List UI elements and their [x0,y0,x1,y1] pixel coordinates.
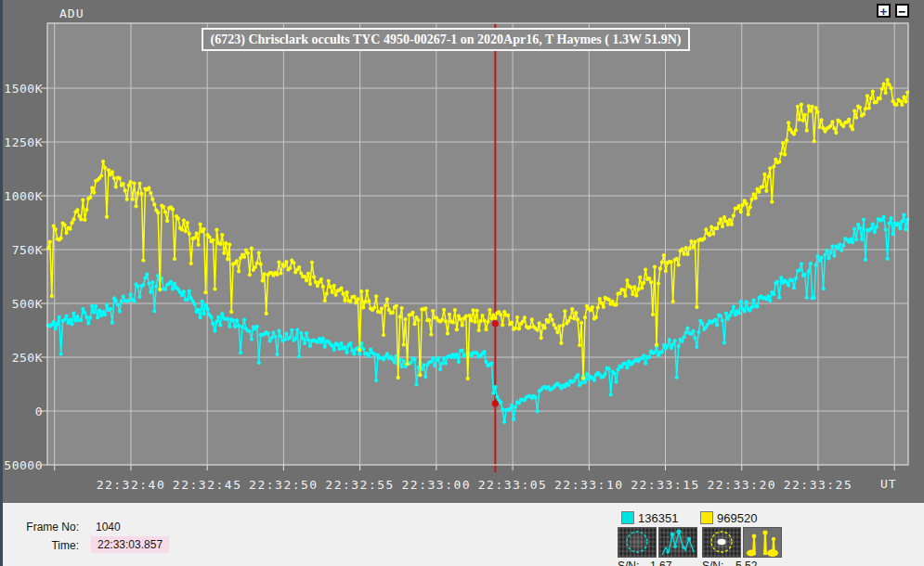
data-point [297,265,301,269]
data-point [199,315,202,319]
data-point [809,262,813,265]
data-point [655,343,658,347]
data-point [442,356,446,360]
zoom-out-button[interactable]: − [895,4,909,18]
data-point [92,191,96,195]
data-point [750,198,754,201]
data-point [484,328,488,331]
data-point [583,380,587,384]
data-point [792,286,796,289]
data-point [856,223,860,226]
data-point [538,321,541,325]
star-profile-icon [744,528,781,557]
data-point [805,296,809,300]
data-point [171,208,175,212]
data-point [702,237,706,240]
data-point [173,257,176,261]
data-point [332,348,336,352]
data-point [574,311,578,315]
data-point [681,340,684,343]
data-point [92,311,96,315]
data-point [602,305,605,309]
data-point [50,294,54,298]
data-point [757,190,761,194]
data-point [365,289,369,293]
data-point [860,238,864,241]
data-point [400,365,404,368]
data-point [306,272,310,276]
data-point [709,225,713,228]
data-point [636,288,640,291]
zoom-in-button[interactable]: + [877,4,891,18]
data-point [188,289,191,292]
data-point [904,227,907,231]
data-point [316,341,319,344]
data-point [114,299,118,302]
data-point [847,118,851,122]
data-point [721,225,724,228]
data-point [813,296,816,300]
data-point [352,352,356,355]
data-point [107,168,111,172]
data-point [345,290,348,294]
data-point [54,327,58,330]
data-point [257,251,261,255]
data-point [385,352,389,355]
data-point [231,318,235,322]
data-point [898,226,902,230]
data-point [233,325,237,328]
data-point [288,266,292,270]
sn-value-969520: 5.52 [735,560,757,566]
data-point [310,261,314,264]
data-point [871,223,875,226]
data-point [482,350,486,354]
data-point [235,259,239,263]
data-point [193,302,197,306]
data-point [372,305,376,309]
data-point [480,314,484,317]
data-point [898,99,902,103]
data-point [72,217,75,221]
data-point [120,300,124,303]
data-point [279,335,282,339]
data-point [493,316,497,320]
data-point [218,242,222,246]
data-point [279,271,282,275]
y-tick-label: 1500K [4,82,43,96]
data-point [263,272,267,276]
data-point [884,227,888,231]
data-point [548,313,552,316]
data-point [787,284,790,288]
data-point [136,191,139,195]
data-point [737,204,741,208]
data-point [600,302,604,305]
aperture-thumbnail-136351 [618,527,657,558]
data-point [442,308,446,312]
data-point [777,296,781,300]
data-point [854,116,858,120]
data-point [427,318,431,322]
data-point [299,331,303,335]
light-curve-plot[interactable]: 1500K1250K1000K750K500K250K025000022:32:… [3,0,924,503]
data-point [814,264,818,267]
data-point [306,338,310,341]
data-point [704,227,708,231]
star-profile-icon [659,528,696,557]
data-point [361,347,365,351]
data-point [566,319,570,323]
data-point [734,313,737,316]
data-point [475,309,479,313]
data-point [402,342,406,346]
data-point [890,86,893,90]
data-point [888,222,891,225]
data-point [820,118,824,122]
data-point [48,240,52,244]
data-point [228,243,231,247]
data-point [358,353,361,356]
data-point [772,164,775,168]
frame-number-label: Frame No: [23,521,79,534]
data-point [896,222,900,225]
data-point [216,315,220,319]
data-point [854,238,858,241]
data-point [334,293,338,297]
